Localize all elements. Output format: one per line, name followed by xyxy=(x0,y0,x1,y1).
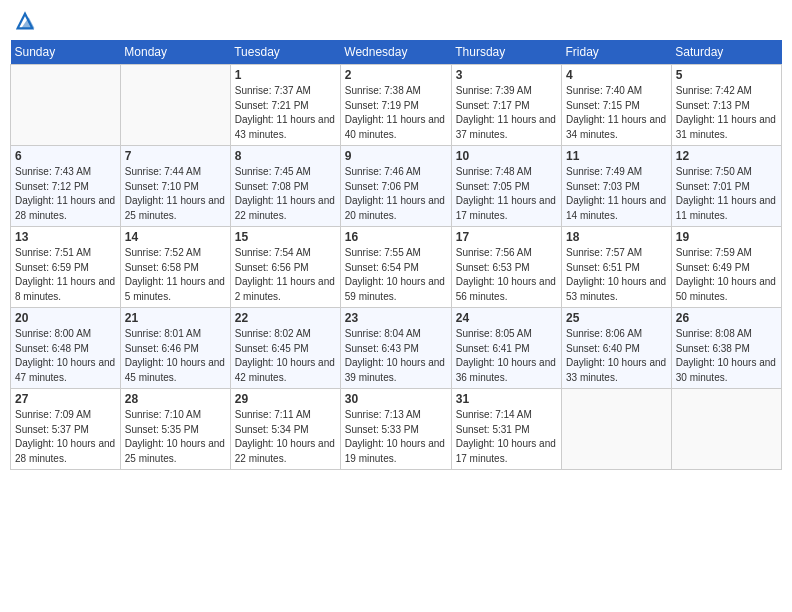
day-info: Sunrise: 7:14 AM Sunset: 5:31 PM Dayligh… xyxy=(456,408,557,466)
day-info: Sunrise: 7:43 AM Sunset: 7:12 PM Dayligh… xyxy=(15,165,116,223)
day-info: Sunrise: 8:08 AM Sunset: 6:38 PM Dayligh… xyxy=(676,327,777,385)
logo xyxy=(14,10,38,32)
day-number: 16 xyxy=(345,230,447,244)
day-info: Sunrise: 7:39 AM Sunset: 7:17 PM Dayligh… xyxy=(456,84,557,142)
calendar-cell: 3Sunrise: 7:39 AM Sunset: 7:17 PM Daylig… xyxy=(451,65,561,146)
calendar-cell: 4Sunrise: 7:40 AM Sunset: 7:15 PM Daylig… xyxy=(562,65,672,146)
calendar-cell: 8Sunrise: 7:45 AM Sunset: 7:08 PM Daylig… xyxy=(230,146,340,227)
day-number: 10 xyxy=(456,149,557,163)
calendar-cell: 1Sunrise: 7:37 AM Sunset: 7:21 PM Daylig… xyxy=(230,65,340,146)
day-number: 6 xyxy=(15,149,116,163)
day-info: Sunrise: 7:50 AM Sunset: 7:01 PM Dayligh… xyxy=(676,165,777,223)
day-number: 30 xyxy=(345,392,447,406)
calendar-week-row: 1Sunrise: 7:37 AM Sunset: 7:21 PM Daylig… xyxy=(11,65,782,146)
day-info: Sunrise: 7:55 AM Sunset: 6:54 PM Dayligh… xyxy=(345,246,447,304)
calendar-table: SundayMondayTuesdayWednesdayThursdayFrid… xyxy=(10,40,782,470)
day-info: Sunrise: 7:57 AM Sunset: 6:51 PM Dayligh… xyxy=(566,246,667,304)
day-number: 15 xyxy=(235,230,336,244)
calendar-cell: 18Sunrise: 7:57 AM Sunset: 6:51 PM Dayli… xyxy=(562,227,672,308)
day-of-week-header: Sunday xyxy=(11,40,121,65)
day-number: 8 xyxy=(235,149,336,163)
day-number: 13 xyxy=(15,230,116,244)
day-number: 18 xyxy=(566,230,667,244)
calendar-cell: 17Sunrise: 7:56 AM Sunset: 6:53 PM Dayli… xyxy=(451,227,561,308)
day-number: 9 xyxy=(345,149,447,163)
calendar-week-row: 6Sunrise: 7:43 AM Sunset: 7:12 PM Daylig… xyxy=(11,146,782,227)
day-info: Sunrise: 7:37 AM Sunset: 7:21 PM Dayligh… xyxy=(235,84,336,142)
day-of-week-header: Wednesday xyxy=(340,40,451,65)
day-info: Sunrise: 7:11 AM Sunset: 5:34 PM Dayligh… xyxy=(235,408,336,466)
calendar-week-row: 27Sunrise: 7:09 AM Sunset: 5:37 PM Dayli… xyxy=(11,389,782,470)
calendar-cell: 27Sunrise: 7:09 AM Sunset: 5:37 PM Dayli… xyxy=(11,389,121,470)
day-info: Sunrise: 7:40 AM Sunset: 7:15 PM Dayligh… xyxy=(566,84,667,142)
day-number: 27 xyxy=(15,392,116,406)
day-info: Sunrise: 8:06 AM Sunset: 6:40 PM Dayligh… xyxy=(566,327,667,385)
calendar-cell: 9Sunrise: 7:46 AM Sunset: 7:06 PM Daylig… xyxy=(340,146,451,227)
calendar-cell: 20Sunrise: 8:00 AM Sunset: 6:48 PM Dayli… xyxy=(11,308,121,389)
day-info: Sunrise: 7:13 AM Sunset: 5:33 PM Dayligh… xyxy=(345,408,447,466)
day-number: 3 xyxy=(456,68,557,82)
calendar-cell: 13Sunrise: 7:51 AM Sunset: 6:59 PM Dayli… xyxy=(11,227,121,308)
day-info: Sunrise: 8:00 AM Sunset: 6:48 PM Dayligh… xyxy=(15,327,116,385)
calendar-cell: 21Sunrise: 8:01 AM Sunset: 6:46 PM Dayli… xyxy=(120,308,230,389)
day-info: Sunrise: 7:45 AM Sunset: 7:08 PM Dayligh… xyxy=(235,165,336,223)
calendar-week-row: 13Sunrise: 7:51 AM Sunset: 6:59 PM Dayli… xyxy=(11,227,782,308)
day-number: 11 xyxy=(566,149,667,163)
day-info: Sunrise: 7:46 AM Sunset: 7:06 PM Dayligh… xyxy=(345,165,447,223)
calendar-cell: 2Sunrise: 7:38 AM Sunset: 7:19 PM Daylig… xyxy=(340,65,451,146)
day-info: Sunrise: 7:49 AM Sunset: 7:03 PM Dayligh… xyxy=(566,165,667,223)
day-number: 26 xyxy=(676,311,777,325)
day-info: Sunrise: 7:48 AM Sunset: 7:05 PM Dayligh… xyxy=(456,165,557,223)
day-number: 23 xyxy=(345,311,447,325)
day-info: Sunrise: 7:42 AM Sunset: 7:13 PM Dayligh… xyxy=(676,84,777,142)
calendar-cell: 16Sunrise: 7:55 AM Sunset: 6:54 PM Dayli… xyxy=(340,227,451,308)
day-number: 7 xyxy=(125,149,226,163)
day-number: 22 xyxy=(235,311,336,325)
day-number: 12 xyxy=(676,149,777,163)
calendar-cell: 19Sunrise: 7:59 AM Sunset: 6:49 PM Dayli… xyxy=(671,227,781,308)
day-info: Sunrise: 8:04 AM Sunset: 6:43 PM Dayligh… xyxy=(345,327,447,385)
day-number: 29 xyxy=(235,392,336,406)
day-info: Sunrise: 8:01 AM Sunset: 6:46 PM Dayligh… xyxy=(125,327,226,385)
day-number: 21 xyxy=(125,311,226,325)
day-number: 5 xyxy=(676,68,777,82)
day-info: Sunrise: 7:59 AM Sunset: 6:49 PM Dayligh… xyxy=(676,246,777,304)
calendar-cell xyxy=(671,389,781,470)
calendar-header-row: SundayMondayTuesdayWednesdayThursdayFrid… xyxy=(11,40,782,65)
calendar-cell: 6Sunrise: 7:43 AM Sunset: 7:12 PM Daylig… xyxy=(11,146,121,227)
calendar-cell: 25Sunrise: 8:06 AM Sunset: 6:40 PM Dayli… xyxy=(562,308,672,389)
calendar-week-row: 20Sunrise: 8:00 AM Sunset: 6:48 PM Dayli… xyxy=(11,308,782,389)
day-number: 2 xyxy=(345,68,447,82)
day-number: 20 xyxy=(15,311,116,325)
calendar-cell: 23Sunrise: 8:04 AM Sunset: 6:43 PM Dayli… xyxy=(340,308,451,389)
day-number: 31 xyxy=(456,392,557,406)
day-number: 19 xyxy=(676,230,777,244)
day-info: Sunrise: 7:10 AM Sunset: 5:35 PM Dayligh… xyxy=(125,408,226,466)
day-number: 24 xyxy=(456,311,557,325)
calendar-cell: 5Sunrise: 7:42 AM Sunset: 7:13 PM Daylig… xyxy=(671,65,781,146)
page-header xyxy=(10,10,782,32)
day-number: 17 xyxy=(456,230,557,244)
day-of-week-header: Tuesday xyxy=(230,40,340,65)
calendar-cell: 14Sunrise: 7:52 AM Sunset: 6:58 PM Dayli… xyxy=(120,227,230,308)
calendar-cell: 29Sunrise: 7:11 AM Sunset: 5:34 PM Dayli… xyxy=(230,389,340,470)
calendar-cell: 24Sunrise: 8:05 AM Sunset: 6:41 PM Dayli… xyxy=(451,308,561,389)
calendar-cell: 28Sunrise: 7:10 AM Sunset: 5:35 PM Dayli… xyxy=(120,389,230,470)
logo-icon xyxy=(14,10,36,32)
day-info: Sunrise: 7:56 AM Sunset: 6:53 PM Dayligh… xyxy=(456,246,557,304)
day-info: Sunrise: 7:52 AM Sunset: 6:58 PM Dayligh… xyxy=(125,246,226,304)
calendar-cell: 22Sunrise: 8:02 AM Sunset: 6:45 PM Dayli… xyxy=(230,308,340,389)
calendar-cell: 12Sunrise: 7:50 AM Sunset: 7:01 PM Dayli… xyxy=(671,146,781,227)
calendar-cell xyxy=(562,389,672,470)
day-of-week-header: Friday xyxy=(562,40,672,65)
calendar-cell: 15Sunrise: 7:54 AM Sunset: 6:56 PM Dayli… xyxy=(230,227,340,308)
day-of-week-header: Saturday xyxy=(671,40,781,65)
day-number: 4 xyxy=(566,68,667,82)
calendar-cell: 31Sunrise: 7:14 AM Sunset: 5:31 PM Dayli… xyxy=(451,389,561,470)
day-info: Sunrise: 7:44 AM Sunset: 7:10 PM Dayligh… xyxy=(125,165,226,223)
day-number: 14 xyxy=(125,230,226,244)
day-info: Sunrise: 7:51 AM Sunset: 6:59 PM Dayligh… xyxy=(15,246,116,304)
day-info: Sunrise: 7:09 AM Sunset: 5:37 PM Dayligh… xyxy=(15,408,116,466)
day-info: Sunrise: 8:02 AM Sunset: 6:45 PM Dayligh… xyxy=(235,327,336,385)
day-of-week-header: Thursday xyxy=(451,40,561,65)
